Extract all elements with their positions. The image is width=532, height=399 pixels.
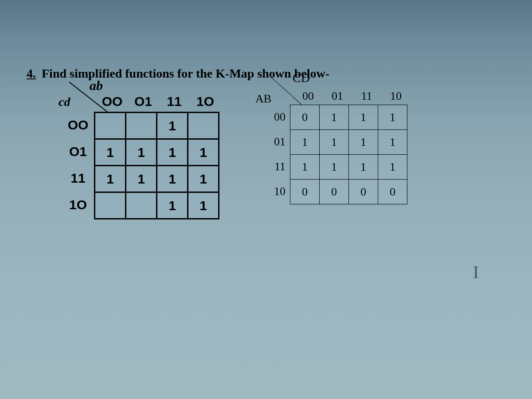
- kmap-grid: 1 1 1 1 1 1 1 1 1: [94, 112, 219, 219]
- row-header: 1O: [62, 192, 94, 218]
- kmap-cell: 1: [95, 139, 126, 166]
- grid-wrap: 00 01 11 10 0 1 1 1 1 1 1: [261, 105, 411, 204]
- table-row: 1 1 1 1: [290, 130, 407, 155]
- question-text: Find simplified functions for the K-Map …: [42, 66, 329, 80]
- kmap-cell: 1: [349, 155, 378, 180]
- table-row: 1 1 1 1: [290, 155, 407, 180]
- kmap-cell: 1: [157, 139, 188, 166]
- row-header: 11: [261, 154, 290, 179]
- table-row: 1 1 1 1: [95, 166, 219, 192]
- kmap-left: ab cd OO O1 11 1O OO O1 11 1O: [62, 94, 221, 219]
- kmap-cell: [95, 113, 126, 139]
- col-header: 1O: [190, 94, 221, 109]
- kmap-cell: 1: [157, 192, 188, 219]
- kmap-cell: [126, 113, 157, 139]
- kmap-cell: 1: [378, 105, 407, 130]
- kmap-cell: [126, 192, 157, 219]
- table-row: 0 1 1 1: [290, 105, 407, 130]
- grid-wrap: OO O1 11 1O 1 1 1 1: [62, 112, 221, 219]
- kmap-cell: 1: [95, 166, 126, 192]
- table-row: 1 1: [95, 192, 219, 219]
- kmap-cell: 1: [349, 105, 378, 130]
- top-variable-label: ab: [90, 78, 103, 93]
- kmap-cell: [188, 113, 219, 139]
- col-header: 10: [381, 90, 411, 103]
- kmap-cell: 1: [320, 130, 349, 155]
- side-variable-label: cd: [59, 95, 70, 109]
- kmap-cell: 1: [378, 155, 407, 180]
- kmap-cell: 1: [188, 192, 219, 219]
- top-variable-label: CD: [293, 71, 310, 85]
- kmap-cell: 0: [378, 180, 407, 204]
- side-variable-label: AB: [255, 92, 271, 106]
- column-headers: 00 01 11 10: [293, 90, 411, 103]
- kmap-cell: 1: [157, 113, 188, 139]
- col-header: O1: [128, 94, 159, 109]
- kmap-cell: 1: [349, 130, 378, 155]
- kmap-cell: [95, 192, 126, 219]
- page-content: 4. Find simplified functions for the K-M…: [0, 0, 532, 237]
- kmap-cell: 1: [157, 166, 188, 192]
- row-headers: 00 01 11 10: [261, 105, 290, 204]
- kmap-cell: 1: [188, 166, 219, 192]
- kmap-cell: 0: [320, 180, 349, 204]
- kmap-cell: 1: [320, 105, 349, 130]
- col-header: 11: [352, 90, 381, 103]
- question-number: 4.: [27, 66, 36, 81]
- row-header: 11: [62, 165, 94, 192]
- kmap-cell: 0: [349, 180, 378, 204]
- kmap-cell: 1: [290, 155, 320, 180]
- kmap-cell: 0: [290, 105, 320, 130]
- row-header: 01: [261, 129, 290, 154]
- table-row: 1: [95, 113, 219, 139]
- row-header: 00: [261, 105, 290, 129]
- row-header: O1: [62, 138, 94, 165]
- kmap-grid: 0 1 1 1 1 1 1 1 1 1 1 1: [290, 105, 407, 204]
- table-row: 0 0 0 0: [290, 180, 407, 204]
- kmaps-row: ab cd OO O1 11 1O OO O1 11 1O: [27, 90, 505, 219]
- col-header: 01: [323, 90, 352, 103]
- kmap-cell: 1: [290, 130, 320, 155]
- column-headers: OO O1 11 1O: [97, 94, 221, 109]
- kmap-cell: 1: [126, 166, 157, 192]
- text-cursor-icon: I: [473, 262, 479, 282]
- kmap-cell: 1: [320, 155, 349, 180]
- kmap-cell: 1: [126, 139, 157, 166]
- row-headers: OO O1 11 1O: [62, 112, 94, 218]
- kmap-cell: 1: [378, 130, 407, 155]
- kmap-cell: 0: [290, 180, 320, 204]
- row-header: OO: [62, 112, 94, 138]
- kmap-cell: 1: [188, 139, 219, 166]
- kmap-right: CD AB 00 01 11 10 00 01 11 10 0 1: [261, 90, 411, 204]
- table-row: 1 1 1 1: [95, 139, 219, 166]
- col-header: 11: [159, 94, 190, 109]
- row-header: 10: [261, 179, 290, 204]
